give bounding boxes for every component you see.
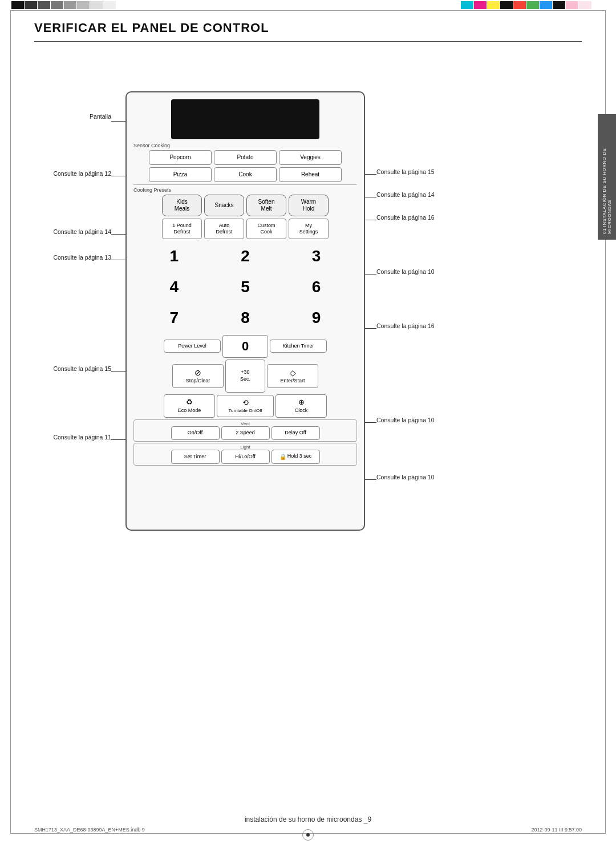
- speed2-button[interactable]: 2 Speed: [221, 426, 270, 440]
- sensor-row-1: Popcorn Potato Veggies: [133, 150, 357, 165]
- cooking-presets-label: Cooking Presets: [133, 187, 357, 193]
- color-bars-left: [11, 1, 116, 9]
- vent-section: Vent On/Off 2 Speed Delay Off: [133, 419, 357, 442]
- clock-button[interactable]: ⊕ Clock: [275, 394, 327, 418]
- middle-ctrl-row: Power Level 0 Kitchen Timer: [133, 335, 357, 358]
- eco-mode-button[interactable]: ♻ Eco Mode: [164, 394, 215, 418]
- presets-row-2: 1 Pound Defrost Auto Defrost Custom Cook…: [133, 219, 357, 239]
- callout-consulte-10a: Consulte la página 10: [376, 268, 456, 276]
- stop-clear-button[interactable]: ⊘ Stop/Clear: [172, 364, 224, 388]
- consulte-10a-line: [365, 274, 376, 274]
- stop-icon: ⊘: [175, 368, 221, 378]
- consulte-16a-line: [365, 220, 376, 220]
- kitchen-timer-button[interactable]: Kitchen Timer: [270, 340, 327, 353]
- bottom-meta-right: 2012-09-11 III 9:57:00: [531, 827, 582, 833]
- turntable-label: Turntable On/Off: [219, 408, 271, 414]
- power-level-button[interactable]: Power Level: [164, 340, 221, 353]
- eco-label: Eco Mode: [166, 407, 213, 414]
- bottom-meta-left: SMH1713_XAA_DE68-03899A_EN+MES.indb 9: [34, 827, 145, 833]
- consulte-12-line: [111, 176, 125, 176]
- bottom-registration-mark: [302, 829, 314, 841]
- sensor-row-2: Pizza Cook Reheat: [133, 167, 357, 182]
- consulte-16b-line: [365, 328, 376, 329]
- set-timer-button[interactable]: Set Timer: [171, 450, 220, 465]
- hi-lo-off-button[interactable]: Hi/Lo/Off: [221, 450, 270, 465]
- callout-consulte-14a: Consulte la página 14: [34, 228, 111, 236]
- display-screen: [171, 99, 319, 139]
- side-tab: 01 INSTALACIÓN DE SU HORNO DE MICROONDAS: [598, 114, 616, 240]
- callout-consulte-13: Consulte la página 13: [34, 254, 111, 262]
- callout-consulte-10b: Consulte la página 10: [376, 417, 456, 425]
- hold-icon-container: 🔒 Hold 3 sec: [279, 453, 312, 461]
- color-bars-right: [461, 1, 605, 9]
- divider-1: [133, 184, 357, 185]
- num-8-button[interactable]: 8: [210, 303, 281, 333]
- callout-consulte-15a: Consulte la página 15: [34, 365, 111, 373]
- kids-meals-button[interactable]: Kids Meals: [162, 195, 202, 216]
- light-section: Light Set Timer Hi/Lo/Off 🔒 Hold 3 sec: [133, 443, 357, 466]
- vent-row: On/Off 2 Speed Delay Off: [136, 426, 354, 440]
- snacks-button[interactable]: Snacks: [204, 195, 244, 216]
- my-settings-button[interactable]: My Settings: [289, 219, 329, 239]
- turntable-icon: ⟲: [219, 398, 271, 408]
- custom-cook-button[interactable]: Custom Cook: [246, 219, 286, 239]
- num-9-button[interactable]: 9: [281, 303, 351, 333]
- consulte-15b-line: [365, 174, 376, 175]
- num-2-button[interactable]: 2: [210, 241, 281, 271]
- num-5-button[interactable]: 5: [210, 272, 281, 302]
- hold-icon: 🔒: [279, 453, 286, 461]
- num-4-button[interactable]: 4: [139, 272, 209, 302]
- soften-melt-button[interactable]: Soften Melt: [246, 195, 286, 216]
- num-1-button[interactable]: 1: [139, 241, 209, 271]
- eco-row: ♻ Eco Mode ⟲ Turntable On/Off ⊕ Clock: [133, 394, 357, 418]
- clock-icon: ⊕: [278, 398, 325, 407]
- diagram-container: Sensor Cooking Popcorn Potato Veggies Pi…: [34, 57, 582, 798]
- plus30-button[interactable]: +30 Sec.: [225, 360, 265, 393]
- clock-label: Clock: [278, 407, 325, 414]
- enter-start-button[interactable]: ◇ Enter/Start: [267, 364, 318, 388]
- callout-consulte-15b: Consulte la página 15: [376, 168, 456, 176]
- title-underline: [34, 41, 582, 42]
- veggies-button[interactable]: Veggies: [279, 150, 342, 165]
- consulte-15a-line: [111, 371, 125, 371]
- callout-pantalla: Pantalla: [34, 113, 111, 121]
- callout-consulte-11: Consulte la página 11: [34, 434, 111, 442]
- num-7-button[interactable]: 7: [139, 303, 209, 333]
- light-row: Set Timer Hi/Lo/Off 🔒 Hold 3 sec: [136, 450, 354, 465]
- popcorn-button[interactable]: Popcorn: [149, 150, 212, 165]
- enter-label: Enter/Start: [269, 378, 316, 385]
- sensor-cooking-label: Sensor Cooking: [133, 143, 357, 148]
- potato-button[interactable]: Potato: [214, 150, 277, 165]
- num-0-button[interactable]: 0: [222, 335, 268, 358]
- hold-3sec-label: Hold 3 sec: [287, 453, 312, 460]
- vent-label: Vent: [136, 421, 354, 426]
- plus30-label: +30 Sec.: [228, 369, 263, 382]
- auto-defrost-button[interactable]: Auto Defrost: [204, 219, 244, 239]
- turntable-button[interactable]: ⟲ Turntable On/Off: [217, 395, 274, 417]
- delay-off-button[interactable]: Delay Off: [271, 426, 320, 440]
- num-6-button[interactable]: 6: [281, 272, 351, 302]
- microwave-panel: Sensor Cooking Popcorn Potato Veggies Pi…: [125, 91, 365, 531]
- warm-hold-button[interactable]: Warm Hold: [289, 195, 329, 216]
- pizza-button[interactable]: Pizza: [149, 167, 212, 182]
- page-title: VERIFICAR EL PANEL DE CONTROL: [34, 21, 269, 35]
- light-label: Light: [136, 445, 354, 450]
- presets-row-1: Kids Meals Snacks Soften Melt Warm Hold: [133, 195, 357, 216]
- consulte-11-line: [111, 439, 125, 440]
- action-row: ⊘ Stop/Clear +30 Sec. ◇ Enter/Start: [133, 360, 357, 393]
- consulte-10c-line: [365, 479, 376, 480]
- cook-button[interactable]: Cook: [214, 167, 277, 182]
- callout-consulte-16b: Consulte la página 16: [376, 322, 456, 330]
- num-3-button[interactable]: 3: [281, 241, 351, 271]
- hold-3sec-button[interactable]: 🔒 Hold 3 sec: [271, 450, 320, 465]
- footer-text: instalación de su horno de microondas _9: [0, 815, 616, 823]
- consulte-10b-line: [365, 422, 376, 423]
- callout-consulte-14b: Consulte la página 14: [376, 191, 456, 199]
- on-off-button[interactable]: On/Off: [171, 426, 220, 440]
- pound-defrost-button[interactable]: 1 Pound Defrost: [162, 219, 202, 239]
- reheat-button[interactable]: Reheat: [279, 167, 342, 182]
- callout-consulte-12: Consulte la página 12: [34, 170, 111, 178]
- pantalla-line: [111, 121, 125, 122]
- callout-consulte-10c: Consulte la página 10: [376, 474, 456, 482]
- eco-icon: ♻: [166, 398, 213, 407]
